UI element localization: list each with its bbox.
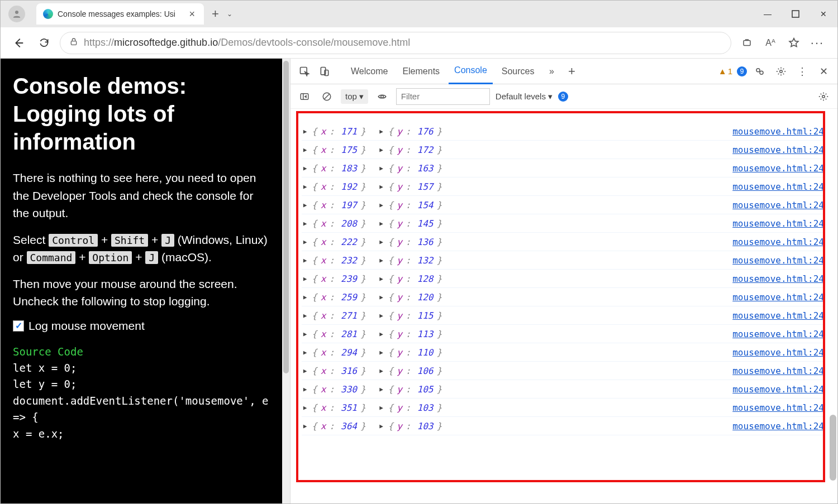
- expand-triangle-icon[interactable]: ▶: [302, 423, 308, 430]
- source-link[interactable]: mousemove.html:24: [732, 163, 824, 174]
- address-bar[interactable]: https://microsoftedge.github.io/Demos/de…: [60, 32, 731, 54]
- source-link[interactable]: mousemove.html:24: [732, 273, 824, 284]
- expand-triangle-icon[interactable]: ▶: [378, 312, 385, 319]
- expand-triangle-icon[interactable]: ▶: [378, 386, 385, 393]
- expand-triangle-icon[interactable]: ▶: [378, 257, 385, 264]
- kebab-menu-icon[interactable]: ⋮: [794, 63, 811, 80]
- expand-triangle-icon[interactable]: ▶: [302, 146, 308, 153]
- settings-icon[interactable]: [773, 63, 789, 80]
- console-log-row[interactable]: ▶{x: 294}▶{y: 110}mousemove.html:24: [302, 343, 824, 362]
- console-log-row[interactable]: ▶{x: 330}▶{y: 105}mousemove.html:24: [302, 380, 824, 399]
- app-shortcut-icon[interactable]: [737, 33, 757, 53]
- maximize-button[interactable]: [782, 1, 810, 27]
- expand-triangle-icon[interactable]: ▶: [302, 330, 308, 338]
- expand-triangle-icon[interactable]: ▶: [302, 275, 308, 282]
- console-log-row[interactable]: ▶{x: 192}▶{y: 157}mousemove.html:24: [302, 177, 824, 196]
- expand-triangle-icon[interactable]: ▶: [378, 146, 385, 153]
- console-settings-icon[interactable]: [815, 88, 832, 105]
- expand-triangle-icon[interactable]: ▶: [302, 257, 308, 264]
- console-log-row[interactable]: ▶{x: 271}▶{y: 115}mousemove.html:24: [302, 306, 824, 325]
- back-button[interactable]: [8, 33, 28, 53]
- expand-triangle-icon[interactable]: ▶: [302, 183, 308, 190]
- clear-console-icon[interactable]: [318, 88, 335, 105]
- source-link[interactable]: mousemove.html:24: [732, 126, 824, 137]
- issues-icon[interactable]: [751, 63, 768, 80]
- toggle-sidebar-icon[interactable]: [296, 88, 313, 105]
- expand-triangle-icon[interactable]: ▶: [302, 238, 308, 246]
- issues-count[interactable]: 9: [558, 92, 568, 102]
- tab-welcome[interactable]: Welcome: [345, 59, 393, 84]
- expand-triangle-icon[interactable]: ▶: [378, 238, 385, 246]
- device-toggle-icon[interactable]: [316, 63, 333, 80]
- expand-triangle-icon[interactable]: ▶: [378, 367, 385, 375]
- expand-triangle-icon[interactable]: ▶: [302, 404, 308, 411]
- warning-badge[interactable]: ▲ 1: [718, 66, 732, 76]
- expand-triangle-icon[interactable]: ▶: [378, 165, 385, 172]
- new-tab-button[interactable]: +: [204, 7, 227, 21]
- source-link[interactable]: mousemove.html:24: [732, 402, 824, 413]
- profile-avatar[interactable]: [8, 6, 25, 22]
- console-log-row[interactable]: ▶{x: 197}▶{y: 154}mousemove.html:24: [302, 196, 824, 214]
- source-link[interactable]: mousemove.html:24: [732, 255, 824, 266]
- info-badge[interactable]: 9: [737, 66, 747, 76]
- devtools-scrollbar[interactable]: [830, 109, 836, 503]
- source-link[interactable]: mousemove.html:24: [732, 237, 824, 247]
- page-scroll-thumb[interactable]: [283, 61, 289, 373]
- source-link[interactable]: mousemove.html:24: [732, 218, 824, 229]
- page-scrollbar[interactable]: [282, 59, 290, 503]
- expand-triangle-icon[interactable]: ▶: [302, 294, 308, 301]
- expand-triangle-icon[interactable]: ▶: [378, 220, 385, 227]
- expand-triangle-icon[interactable]: ▶: [302, 367, 308, 375]
- console-log-row[interactable]: ▶{x: 351}▶{y: 103}mousemove.html:24: [302, 399, 824, 417]
- read-aloud-icon[interactable]: Aᴬ: [760, 33, 780, 53]
- filter-input[interactable]: [396, 88, 490, 105]
- expand-triangle-icon[interactable]: ▶: [378, 201, 385, 209]
- expand-triangle-icon[interactable]: ▶: [378, 330, 385, 338]
- console-log-row[interactable]: ▶{x: 364}▶{y: 103}mousemove.html:24: [302, 417, 824, 435]
- add-tab-icon[interactable]: +: [564, 63, 580, 80]
- source-link[interactable]: mousemove.html:24: [732, 145, 824, 155]
- more-tabs-icon[interactable]: »: [544, 63, 560, 80]
- close-devtools-icon[interactable]: ✕: [815, 63, 832, 80]
- expand-triangle-icon[interactable]: ▶: [302, 349, 308, 356]
- context-selector[interactable]: top ▾: [341, 89, 368, 104]
- levels-selector[interactable]: Default levels ▾: [496, 92, 553, 102]
- expand-triangle-icon[interactable]: ▶: [378, 275, 385, 282]
- expand-triangle-icon[interactable]: ▶: [302, 220, 308, 227]
- expand-triangle-icon[interactable]: ▶: [302, 165, 308, 172]
- live-expression-icon[interactable]: [374, 88, 391, 105]
- expand-triangle-icon[interactable]: ▶: [302, 312, 308, 319]
- expand-triangle-icon[interactable]: ▶: [302, 386, 308, 393]
- console-log-row[interactable]: ▶{x: 208}▶{y: 145}mousemove.html:24: [302, 214, 824, 233]
- expand-triangle-icon[interactable]: ▶: [302, 128, 308, 135]
- more-menu-icon[interactable]: ···: [807, 33, 827, 53]
- expand-triangle-icon[interactable]: ▶: [378, 294, 385, 301]
- console-log-row[interactable]: ▶{x: 183}▶{y: 163}mousemove.html:24: [302, 159, 824, 177]
- close-tab-button[interactable]: ×: [187, 8, 197, 20]
- expand-triangle-icon[interactable]: ▶: [302, 201, 308, 209]
- log-checkbox[interactable]: ✓: [13, 320, 24, 332]
- source-link[interactable]: mousemove.html:24: [732, 329, 824, 339]
- source-link[interactable]: mousemove.html:24: [732, 384, 824, 395]
- expand-triangle-icon[interactable]: ▶: [378, 128, 385, 135]
- browser-tab[interactable]: Console messages examples: Usi ×: [36, 3, 204, 25]
- expand-triangle-icon[interactable]: ▶: [378, 423, 385, 430]
- expand-triangle-icon[interactable]: ▶: [378, 183, 385, 190]
- close-window-button[interactable]: ✕: [810, 1, 837, 27]
- source-link[interactable]: mousemove.html:24: [732, 181, 824, 192]
- tab-menu-caret-icon[interactable]: ⌄: [227, 10, 232, 18]
- console-log-row[interactable]: ▶{x: 232}▶{y: 132}mousemove.html:24: [302, 251, 824, 270]
- favorite-icon[interactable]: [784, 33, 804, 53]
- expand-triangle-icon[interactable]: ▶: [378, 349, 385, 356]
- source-link[interactable]: mousemove.html:24: [732, 347, 824, 358]
- tab-sources[interactable]: Sources: [496, 59, 540, 84]
- tab-elements[interactable]: Elements: [397, 59, 445, 84]
- source-link[interactable]: mousemove.html:24: [732, 292, 824, 303]
- console-log-row[interactable]: ▶{x: 316}▶{y: 106}mousemove.html:24: [302, 362, 824, 380]
- console-log-row[interactable]: ▶{x: 281}▶{y: 113}mousemove.html:24: [302, 325, 824, 343]
- expand-triangle-icon[interactable]: ▶: [378, 404, 385, 411]
- inspect-element-icon[interactable]: [296, 63, 313, 80]
- minimize-button[interactable]: —: [754, 1, 782, 27]
- console-log-row[interactable]: ▶{x: 175}▶{y: 172}mousemove.html:24: [302, 141, 824, 159]
- console-log-row[interactable]: ▶{x: 239}▶{y: 128}mousemove.html:24: [302, 270, 824, 288]
